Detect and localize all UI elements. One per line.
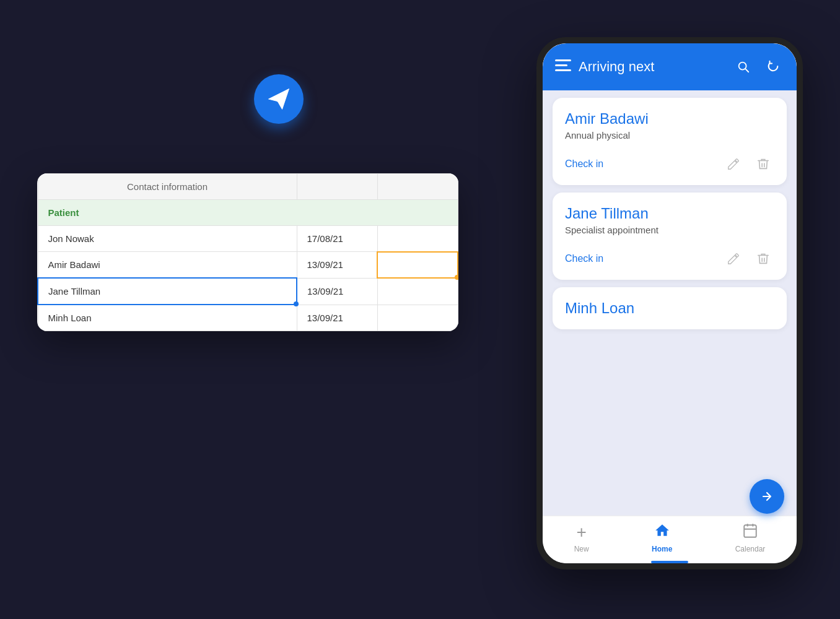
cell-name-amir[interactable]: Amir Badawi bbox=[38, 252, 297, 279]
patient-card-jane: Jane Tillman Specialist appointment Chec… bbox=[553, 193, 787, 280]
table-row: Amir Badawi 13/09/21 bbox=[38, 252, 458, 279]
spreadsheet-table: Contact information Patient Jon Nowak 17… bbox=[37, 173, 458, 331]
bottom-nav: + New Home bbox=[543, 516, 797, 563]
resize-handle-blue bbox=[294, 301, 299, 306]
nav-label-calendar: Calendar bbox=[735, 545, 766, 553]
card-appointment-amir: Annual physical bbox=[565, 130, 774, 141]
table-row: Minh Loan 13/09/21 bbox=[38, 305, 458, 331]
col-header-contact: Contact information bbox=[38, 174, 297, 200]
delete-icon-amir[interactable] bbox=[752, 153, 774, 175]
cell-name-minh[interactable]: Minh Loan bbox=[38, 305, 297, 331]
cell-date-jon[interactable]: 17/08/21 bbox=[297, 226, 377, 252]
nav-item-home[interactable]: Home bbox=[652, 522, 672, 553]
cards-list: Amir Badawi Annual physical Check in bbox=[543, 90, 797, 516]
svg-rect-0 bbox=[555, 59, 571, 61]
nav-active-indicator bbox=[651, 561, 688, 563]
refresh-icon[interactable] bbox=[762, 56, 784, 78]
cell-date-jane[interactable]: 13/09/21 bbox=[297, 278, 377, 305]
patient-card-amir: Amir Badawi Annual physical Check in bbox=[553, 98, 787, 185]
app-title: Arriving next bbox=[579, 59, 725, 75]
cell-extra-jon[interactable] bbox=[377, 226, 458, 252]
cell-date-minh[interactable]: 13/09/21 bbox=[297, 305, 377, 331]
svg-rect-2 bbox=[555, 69, 571, 71]
phone-frame: Arriving next Ami bbox=[536, 37, 803, 569]
paper-plane-icon bbox=[254, 74, 304, 124]
nav-item-calendar[interactable]: Calendar bbox=[735, 522, 766, 553]
card-name-jane: Jane Tillman bbox=[565, 205, 774, 222]
menu-icon[interactable] bbox=[555, 59, 571, 74]
scene: Contact information Patient Jon Nowak 17… bbox=[0, 0, 840, 619]
cell-name-jane[interactable]: Jane Tillman bbox=[38, 278, 297, 305]
resize-handle-yellow bbox=[455, 275, 458, 280]
nav-label-home: Home bbox=[652, 545, 672, 553]
calendar-icon bbox=[742, 522, 758, 542]
new-icon: + bbox=[576, 522, 586, 542]
card-appointment-jane: Specialist appointment bbox=[565, 225, 774, 235]
edit-icon-amir[interactable] bbox=[722, 153, 745, 175]
search-icon[interactable] bbox=[732, 56, 755, 78]
fab-checkin-button[interactable] bbox=[750, 479, 784, 514]
cell-selected-amir[interactable] bbox=[377, 252, 458, 279]
cell-name-jon[interactable]: Jon Nowak bbox=[38, 226, 297, 252]
phone-inner: Arriving next Ami bbox=[543, 43, 797, 563]
spreadsheet-panel: Contact information Patient Jon Nowak 17… bbox=[37, 173, 458, 331]
col-header-extra bbox=[377, 174, 458, 200]
svg-rect-1 bbox=[555, 64, 567, 66]
table-row-selected: Jane Tillman 13/09/21 bbox=[38, 278, 458, 305]
nav-item-new[interactable]: + New bbox=[574, 522, 589, 553]
cell-extra-minh[interactable] bbox=[377, 305, 458, 331]
col-header-date bbox=[297, 174, 377, 200]
checkin-btn-jane[interactable]: Check in bbox=[565, 253, 715, 264]
cell-date-amir[interactable]: 13/09/21 bbox=[297, 252, 377, 279]
nav-label-new: New bbox=[574, 545, 589, 553]
delete-icon-jane[interactable] bbox=[752, 248, 774, 270]
card-name-minh: Minh Loan bbox=[565, 300, 774, 317]
cell-extra-jane[interactable] bbox=[377, 278, 458, 305]
home-icon bbox=[654, 522, 670, 542]
app-header: Arriving next bbox=[543, 43, 797, 90]
svg-rect-5 bbox=[744, 525, 756, 537]
card-name-amir: Amir Badawi bbox=[565, 110, 774, 128]
card-actions-jane: Check in bbox=[565, 248, 774, 270]
patient-card-minh: Minh Loan bbox=[553, 287, 787, 329]
edit-icon-jane[interactable] bbox=[722, 248, 745, 270]
table-row: Jon Nowak 17/08/21 bbox=[38, 226, 458, 252]
checkin-btn-amir[interactable]: Check in bbox=[565, 158, 715, 170]
svg-line-4 bbox=[745, 69, 748, 72]
section-header-patient: Patient bbox=[38, 200, 458, 226]
card-actions-amir: Check in bbox=[565, 153, 774, 175]
